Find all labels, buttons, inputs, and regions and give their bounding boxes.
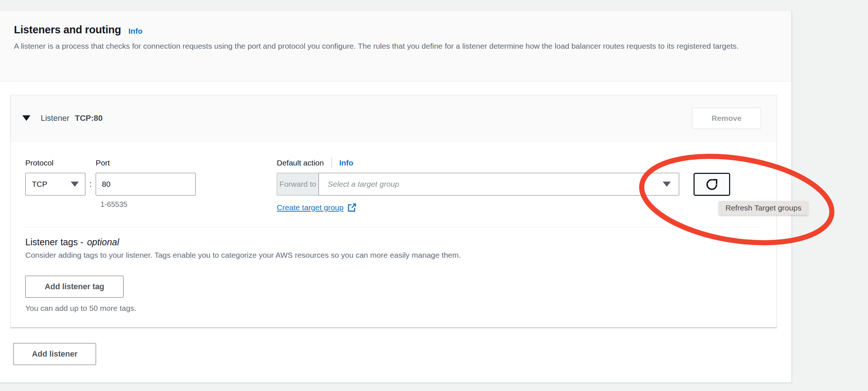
listener-card-body: Protocol TCP : Port 1-65535 Default acti…: [11, 141, 776, 327]
section-title-row: Listeners and routing Info: [14, 24, 777, 36]
remove-listener-button[interactable]: Remove: [692, 108, 761, 129]
port-field: Port 1-65535: [96, 157, 196, 209]
port-label: Port: [96, 157, 196, 168]
listener-tags-title: Listener tags -: [25, 237, 83, 247]
default-action-field: Default action Info Forward to Select a …: [277, 157, 679, 212]
page-title: Listeners and routing: [14, 24, 121, 36]
target-group-placeholder: Select a target group: [328, 180, 663, 189]
port-input[interactable]: [96, 173, 196, 196]
listener-fields-row: Protocol TCP : Port 1-65535 Default acti…: [25, 157, 762, 212]
listener-card-header: Listener TCP:80 Remove: [11, 95, 776, 141]
listeners-panel: Listeners and routing Info A listener is…: [0, 10, 792, 383]
listener-card: Listener TCP:80 Remove Protocol TCP : Po…: [10, 95, 777, 328]
target-group-select[interactable]: Select a target group: [319, 173, 679, 196]
section-description: A listener is a process that checks for …: [14, 40, 764, 52]
listener-header-value: TCP:80: [75, 113, 103, 123]
default-action-label-row: Default action Info: [277, 157, 679, 168]
chevron-down-icon: [663, 182, 671, 187]
page: { "page": { "background_color": "#f1f3f3…: [0, 0, 868, 391]
tags-remaining-note: You can add up to 50 more tags.: [25, 304, 762, 313]
forward-to-addon: Forward to: [277, 173, 319, 196]
card-section-divider: [25, 227, 762, 227]
add-listener-button[interactable]: Add listener: [13, 343, 96, 365]
label-divider: [331, 157, 332, 168]
section-info-link[interactable]: Info: [128, 27, 142, 36]
refresh-target-groups-button[interactable]: [694, 173, 730, 196]
listener-tags-title-row: Listener tags - optional: [25, 237, 762, 247]
forward-to-group: Forward to Select a target group: [277, 173, 679, 196]
listener-tags-optional: optional: [87, 237, 119, 247]
port-separator: :: [85, 173, 96, 196]
create-target-group-link[interactable]: Create target group: [277, 203, 343, 212]
protocol-select[interactable]: TCP: [25, 173, 85, 196]
add-listener-tag-button[interactable]: Add listener tag: [25, 276, 124, 298]
create-target-group-row: Create target group: [277, 203, 679, 212]
default-action-info-link[interactable]: Info: [339, 159, 353, 167]
collapse-caret-icon[interactable]: [22, 115, 30, 121]
protocol-label: Protocol: [25, 157, 85, 168]
default-action-label: Default action: [277, 157, 324, 168]
listener-tags-description: Consider adding tags to your listener. T…: [25, 251, 762, 260]
refresh-icon: [703, 176, 720, 193]
listener-header-label: Listener: [41, 113, 69, 123]
protocol-selected-value: TCP: [32, 180, 47, 189]
port-hint: 1-65535: [100, 200, 196, 209]
protocol-field: Protocol TCP: [25, 157, 85, 196]
chevron-down-icon: [71, 182, 79, 187]
refresh-tooltip: Refresh Target groups: [719, 201, 808, 215]
section-header: Listeners and routing Info A listener is…: [0, 11, 791, 82]
external-link-icon[interactable]: [347, 203, 357, 212]
